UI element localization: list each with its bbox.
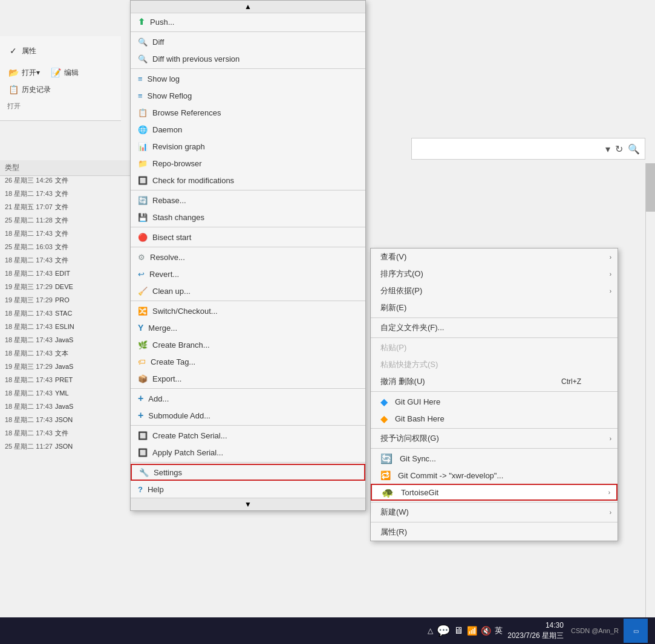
dropdown-icon[interactable]: ▾ <box>605 143 610 155</box>
menu-resolve[interactable]: ⚙ Resolve... <box>131 249 365 265</box>
menu-create-patch[interactable]: 🔲 Create Patch Serial... <box>131 427 365 444</box>
show-reflog-icon: ≡ <box>138 91 143 100</box>
list-item[interactable]: 18 星期二 17:43JavaS <box>0 333 133 346</box>
list-item[interactable]: 18 星期二 17:43文件 <box>0 187 133 200</box>
menu-bisect[interactable]: 🔴 Bisect start <box>131 229 365 246</box>
ctx-git-gui[interactable]: ◆ Git GUI Here <box>371 393 618 410</box>
menu-apply-patch[interactable]: 🔲 Apply Patch Serial... <box>131 444 365 461</box>
menu-rebase[interactable]: 🔄 Rebase... <box>131 192 365 209</box>
ctx-undo-delete[interactable]: 撤消 删除(U) Ctrl+Z <box>371 373 618 390</box>
list-item[interactable]: 21 星期五 17:07文件 <box>0 200 133 213</box>
refresh-icon[interactable]: ↻ <box>615 143 623 155</box>
menu-daemon[interactable]: 🌐 Daemon <box>131 121 365 138</box>
diff-icon: 🔍 <box>138 37 148 47</box>
desktop-icon: ▭ <box>633 628 639 634</box>
menu-merge[interactable]: Y Merge... <box>131 319 365 336</box>
ctx-paste-shortcut[interactable]: 粘贴快捷方式(S) <box>371 356 618 373</box>
ctx-customize[interactable]: 自定义文件夹(F)... <box>371 319 618 336</box>
help-icon: ? <box>138 485 143 494</box>
scrollbar-thumb[interactable] <box>646 163 655 212</box>
list-item[interactable]: 18 星期二 17:43EDIT <box>0 267 133 280</box>
arrow-icon: › <box>610 288 611 294</box>
toolbar: ✓ 属性 📂 打开▾ 📝 编辑 📋 历史记录 打开 <box>0 36 121 121</box>
property-button[interactable]: ✓ 属性 <box>5 44 39 58</box>
language-label[interactable]: 英 <box>495 625 503 636</box>
ctx-new[interactable]: 新建(W) › <box>371 504 618 521</box>
arrow-icon: › <box>610 254 611 261</box>
list-item[interactable]: 18 星期二 17:43文件 <box>0 253 133 267</box>
history-button[interactable]: 📋 历史记录 <box>5 82 116 97</box>
list-item[interactable]: 18 星期二 17:43PRET <box>0 373 133 386</box>
menu-revert[interactable]: ↩ Revert... <box>131 265 365 282</box>
list-item[interactable]: 18 星期二 17:43文件 <box>0 426 133 440</box>
menu-show-reflog[interactable]: ≡ Show Reflog <box>131 87 365 104</box>
list-item[interactable]: 18 星期二 17:43STAC <box>0 307 133 320</box>
separator <box>131 31 365 32</box>
search-icon[interactable]: 🔍 <box>628 143 640 155</box>
csdn-label: CSDN @Ann_R <box>571 627 619 634</box>
shortcut-label: Ctrl+Z <box>561 377 581 386</box>
separator <box>371 391 618 392</box>
list-item[interactable]: 18 星期二 17:43文本 <box>0 346 133 360</box>
wechat-icon[interactable]: 💬 <box>437 624 450 637</box>
ctx-tortoisegit[interactable]: 🐢 TortoiseGit › <box>371 484 618 501</box>
menu-cleanup[interactable]: 🧹 Clean up... <box>131 282 365 299</box>
menu-add[interactable]: + Add... <box>131 390 365 407</box>
up-triangle-icon[interactable]: △ <box>428 626 433 635</box>
menu-check-modifications[interactable]: 🔲 Check for modifications <box>131 172 365 189</box>
context-menu-tortoisegit: ▲ ⬆ Push... 🔍 Diff 🔍 Diff with previous … <box>130 0 366 511</box>
menu-show-log[interactable]: ≡ Show log <box>131 70 365 87</box>
menu-create-branch[interactable]: 🌿 Create Branch... <box>131 336 365 353</box>
open-button[interactable]: 📂 打开▾ <box>5 65 42 80</box>
edit-icon: 📝 <box>50 67 62 79</box>
list-item[interactable]: 18 星期二 17:43ESLIN <box>0 320 133 333</box>
ctx-group[interactable]: 分组依据(P) › <box>371 282 618 299</box>
ctx-properties[interactable]: 属性(R) <box>371 524 618 541</box>
menu-help[interactable]: ? Help <box>131 481 365 498</box>
menu-submodule-add[interactable]: + Submodule Add... <box>131 407 365 424</box>
ctx-git-sync[interactable]: 🔄 Git Sync... <box>371 450 618 467</box>
separator <box>131 301 365 301</box>
menu-scroll-down[interactable]: ▼ <box>131 498 365 510</box>
list-item[interactable]: 25 星期二 16:03文件 <box>0 240 133 253</box>
ctx-git-bash[interactable]: ◆ Git Bash Here <box>371 410 618 427</box>
ctx-refresh[interactable]: 刷新(E) <box>371 299 618 316</box>
menu-switch-checkout[interactable]: 🔀 Switch/Checkout... <box>131 302 365 319</box>
list-item[interactable]: 19 星期三 17:29JavaS <box>0 360 133 373</box>
menu-export[interactable]: 📦 Export... <box>131 370 365 387</box>
list-item[interactable]: 25 星期二 11:28文件 <box>0 213 133 227</box>
menu-diff-prev[interactable]: 🔍 Diff with previous version <box>131 50 365 67</box>
edit-button[interactable]: 📝 编辑 <box>47 65 81 80</box>
menu-browse-references[interactable]: 📋 Browse References <box>131 104 365 121</box>
list-item[interactable]: 19 星期三 17:29DEVE <box>0 280 133 293</box>
scrollbar[interactable] <box>645 163 655 623</box>
list-item[interactable]: 26 星期三 14:26文件 <box>0 174 133 187</box>
folder-icon: 📂 <box>7 67 19 79</box>
ctx-grant-access[interactable]: 授予访问权限(G) › <box>371 430 618 447</box>
ctx-view[interactable]: 查看(V) › <box>371 249 618 265</box>
menu-repo-browser[interactable]: 📁 Repo-browser <box>131 155 365 172</box>
list-item[interactable]: 18 星期二 17:43YML <box>0 386 133 400</box>
ctx-paste[interactable]: 粘贴(P) <box>371 339 618 356</box>
list-item[interactable]: 25 星期二 11:27JSON <box>0 440 133 453</box>
wifi-icon[interactable]: 📶 <box>467 626 477 636</box>
menu-stash[interactable]: 💾 Stash changes <box>131 209 365 226</box>
list-item[interactable]: 19 星期三 17:29PRO <box>0 293 133 307</box>
menu-settings[interactable]: 🔧 Settings <box>131 464 365 481</box>
show-desktop-button[interactable]: ▭ <box>624 619 648 643</box>
menu-push[interactable]: ⬆ Push... <box>131 13 365 30</box>
list-item[interactable]: 18 星期二 17:43JavaS <box>0 400 133 413</box>
list-item[interactable]: 18 星期二 17:43JSON <box>0 413 133 426</box>
menu-scroll-up[interactable]: ▲ <box>131 1 365 13</box>
ctx-git-commit[interactable]: 🔁 Git Commit -> "xwr-develop"... <box>371 467 618 484</box>
menu-create-tag[interactable]: 🏷 Create Tag... <box>131 353 365 370</box>
volume-icon[interactable]: 🔇 <box>481 626 491 636</box>
list-item[interactable]: 18 星期二 17:43文件 <box>0 227 133 240</box>
ctx-sort[interactable]: 排序方式(O) › <box>371 265 618 282</box>
context-menu-desktop: 查看(V) › 排序方式(O) › 分组依据(P) › 刷新(E) 自定义文件夹… <box>370 248 618 541</box>
monitor-icon[interactable]: 🖥 <box>454 625 463 636</box>
diff-prev-icon: 🔍 <box>138 54 148 63</box>
menu-revision-graph[interactable]: 📊 Revision graph <box>131 138 365 155</box>
menu-diff[interactable]: 🔍 Diff <box>131 33 365 50</box>
rebase-icon: 🔄 <box>138 196 148 205</box>
